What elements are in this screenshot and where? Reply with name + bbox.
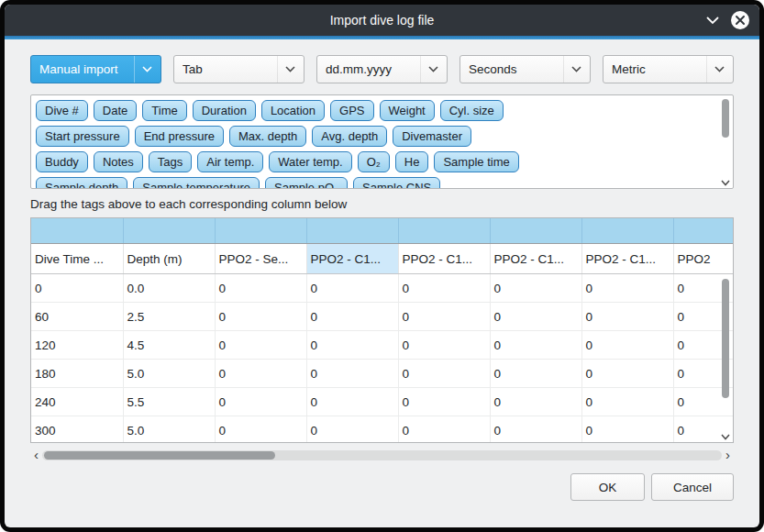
- tag-pill[interactable]: Buddy: [36, 151, 88, 172]
- tag-pill[interactable]: Divemaster: [393, 126, 471, 147]
- table-cell: 0: [215, 416, 306, 444]
- table-cell: 0: [398, 388, 490, 416]
- import-mode-combobox[interactable]: Manual import: [30, 55, 161, 83]
- column-header-cell[interactable]: PPO2 - C1...: [581, 244, 673, 274]
- tag-pill[interactable]: He: [395, 151, 429, 172]
- drop-target-cell[interactable]: [673, 218, 734, 244]
- tag-pill[interactable]: Notes: [94, 151, 143, 172]
- tag-pill[interactable]: Location: [261, 100, 325, 121]
- drop-target-cell[interactable]: [215, 218, 306, 244]
- column-header-cell[interactable]: PPO2 - Se...: [215, 244, 306, 274]
- dialog-buttons: OK Cancel: [30, 473, 734, 501]
- table-row: 240 5.5 0 0 0 0 0 0: [31, 388, 734, 416]
- date-format-combobox[interactable]: dd.mm.yyyy: [316, 55, 448, 83]
- table-cell: 5.5: [123, 388, 215, 416]
- tag-pill[interactable]: Sample pO₂: [265, 177, 348, 189]
- table-cell: 0: [306, 416, 398, 444]
- tag-rows: Dive # Date Time Duration Location GPS W…: [31, 95, 733, 189]
- drop-target-cell[interactable]: [31, 218, 123, 244]
- tag-pill[interactable]: Sample depth: [36, 177, 127, 189]
- column-header-row: Dive Time ... Depth (m) PPO2 - Se... PPO…: [31, 244, 734, 274]
- tag-pill[interactable]: Duration: [193, 100, 256, 121]
- import-dive-log-dialog: Import dive log file Manual import: [5, 5, 759, 527]
- preview-table-container: Dive Time ... Depth (m) PPO2 - Se... PPO…: [30, 217, 734, 443]
- tag-pill[interactable]: Start pressure: [36, 126, 129, 147]
- tag-pill[interactable]: Sample temperature: [133, 177, 260, 189]
- tag-pill[interactable]: Weight: [380, 100, 435, 121]
- tag-pill[interactable]: Time: [142, 100, 186, 121]
- scroll-left-icon[interactable]: ‹: [30, 449, 42, 461]
- column-header-cell[interactable]: Depth (m): [123, 244, 215, 274]
- table-cell: 0: [490, 360, 581, 388]
- tag-pill[interactable]: Sample CNS: [353, 177, 440, 189]
- tag-pill[interactable]: End pressure: [135, 126, 224, 147]
- tag-pill[interactable]: Water temp.: [269, 151, 351, 172]
- table-cell: 0: [398, 274, 490, 303]
- table-cell: 0: [490, 331, 581, 360]
- units-system-combobox[interactable]: Metric: [603, 55, 734, 83]
- scroll-down-icon[interactable]: [720, 180, 731, 186]
- drag-hint-text: Drag the tags above to each correspondin…: [30, 197, 734, 211]
- drop-target-cell[interactable]: [581, 218, 673, 244]
- column-header-cell[interactable]: PPO2 - C1...: [306, 244, 398, 274]
- dialog-body: Manual import Tab dd.mm.yyyy: [5, 39, 759, 527]
- chevron-down-icon: [420, 56, 438, 83]
- table-cell: 0: [215, 360, 306, 388]
- drop-target-cell[interactable]: [490, 218, 581, 244]
- drop-target-cell[interactable]: [123, 218, 215, 244]
- column-header-cell[interactable]: Dive Time ...: [31, 244, 123, 274]
- table-cell: 0: [581, 360, 673, 388]
- scroll-right-icon[interactable]: ›: [722, 449, 734, 461]
- cancel-button[interactable]: Cancel: [651, 473, 734, 501]
- table-horizontal-scrollbar[interactable]: ‹ ›: [30, 449, 734, 461]
- scroll-down-icon[interactable]: [720, 434, 731, 440]
- table-cell: 0: [306, 331, 398, 360]
- table-cell: 0: [215, 388, 306, 416]
- column-header-cell[interactable]: PPO2 - C1...: [398, 244, 490, 274]
- table-cell: 0: [215, 274, 306, 303]
- tag-pill[interactable]: Sample time: [434, 151, 518, 172]
- chevron-down-icon: [706, 56, 725, 83]
- table-cell: 5.0: [123, 360, 215, 388]
- tag-pill[interactable]: Air temp.: [197, 151, 263, 172]
- tag-pill[interactable]: Avg. depth: [312, 126, 387, 147]
- tag-row: Buddy Notes Tags Air temp. Water temp. O…: [36, 151, 716, 172]
- table-row: 0 0.0 0 0 0 0 0 0: [31, 274, 734, 303]
- close-icon[interactable]: [730, 10, 750, 30]
- combobox-value: Metric: [612, 62, 646, 76]
- titlebar-buttons: [706, 5, 750, 36]
- duration-format-combobox[interactable]: Seconds: [460, 55, 591, 83]
- tag-palette-scrollbar[interactable]: [720, 97, 731, 186]
- table-cell: 0: [490, 388, 581, 416]
- tag-pill[interactable]: O₂: [358, 151, 390, 172]
- table-cell: 0: [581, 303, 673, 331]
- scrollbar-thumb[interactable]: [44, 451, 275, 460]
- table-cell: 0: [306, 303, 398, 331]
- tag-pill[interactable]: Dive #: [36, 100, 88, 121]
- tag-pill[interactable]: Date: [94, 100, 137, 121]
- scrollbar-track[interactable]: [42, 450, 722, 460]
- table-cell: 4.5: [123, 331, 215, 360]
- tag-row: Start pressure End pressure Max. depth A…: [36, 126, 716, 147]
- tag-pill[interactable]: Max. depth: [229, 126, 306, 147]
- table-cell: 0: [581, 388, 673, 416]
- combobox-value: Manual import: [39, 62, 118, 76]
- table-cell: 0: [215, 303, 306, 331]
- scrollbar-thumb[interactable]: [722, 99, 729, 138]
- titlebar[interactable]: Import dive log file: [5, 5, 759, 36]
- ok-button[interactable]: OK: [570, 473, 645, 501]
- column-header-cell[interactable]: PPO2 - C1...: [490, 244, 581, 274]
- field-separator-combobox[interactable]: Tab: [173, 55, 304, 83]
- table-cell: 0: [306, 274, 398, 303]
- tag-pill[interactable]: Tags: [149, 151, 192, 172]
- table-cell: 0: [581, 274, 673, 303]
- tag-pill[interactable]: Cyl. size: [440, 100, 504, 121]
- drop-target-cell[interactable]: [306, 218, 398, 244]
- tag-pill[interactable]: GPS: [330, 100, 373, 121]
- scrollbar-thumb[interactable]: [722, 279, 729, 398]
- table-cell: 60: [31, 303, 123, 331]
- combobox-value: Tab: [183, 62, 203, 76]
- shade-icon[interactable]: [706, 17, 719, 25]
- table-vertical-scrollbar[interactable]: [720, 242, 731, 440]
- drop-target-cell[interactable]: [398, 218, 490, 244]
